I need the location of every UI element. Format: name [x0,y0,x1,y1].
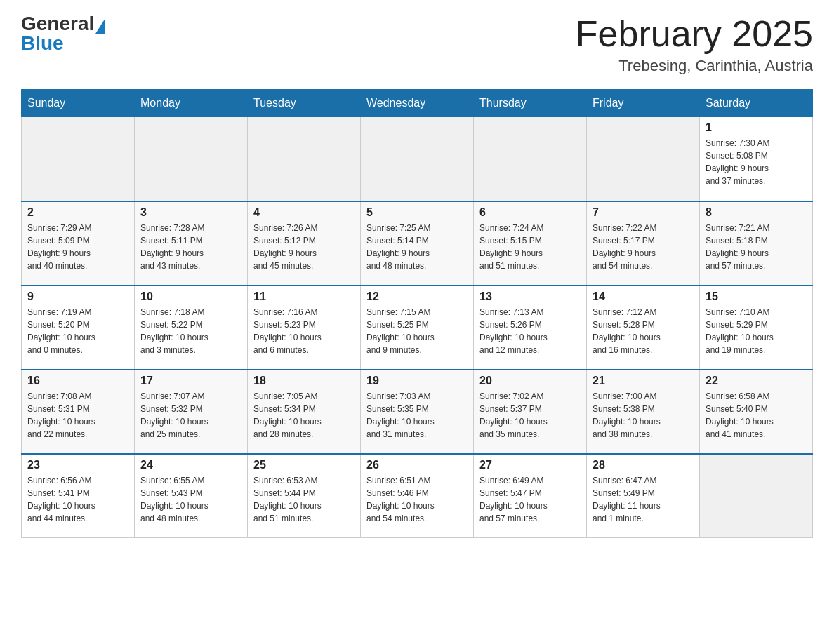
calendar-cell: 23Sunrise: 6:56 AMSunset: 5:41 PMDayligh… [22,454,135,538]
calendar-cell: 4Sunrise: 7:26 AMSunset: 5:12 PMDaylight… [248,201,361,286]
calendar-header-sunday: Sunday [22,90,135,117]
day-number: 7 [593,206,694,219]
calendar-cell: 28Sunrise: 6:47 AMSunset: 5:49 PMDayligh… [587,454,700,538]
calendar-week-row: 1Sunrise: 7:30 AMSunset: 5:08 PMDaylight… [22,117,813,201]
calendar-header-tuesday: Tuesday [248,90,361,117]
calendar-cell: 26Sunrise: 6:51 AMSunset: 5:46 PMDayligh… [361,454,474,538]
day-number: 15 [706,290,807,303]
logo-triangle-icon [95,18,105,34]
location-title: Trebesing, Carinthia, Austria [576,57,813,75]
calendar-week-row: 16Sunrise: 7:08 AMSunset: 5:31 PMDayligh… [22,370,813,454]
day-number: 3 [140,206,241,219]
calendar-cell: 11Sunrise: 7:16 AMSunset: 5:23 PMDayligh… [248,286,361,370]
day-number: 12 [366,290,468,303]
calendar-cell: 16Sunrise: 7:08 AMSunset: 5:31 PMDayligh… [22,370,135,454]
calendar-cell: 13Sunrise: 7:13 AMSunset: 5:26 PMDayligh… [474,286,587,370]
calendar-cell [474,117,587,201]
calendar-cell: 20Sunrise: 7:02 AMSunset: 5:37 PMDayligh… [474,370,587,454]
day-info: Sunrise: 7:02 AMSunset: 5:37 PMDaylight:… [479,390,581,441]
day-info: Sunrise: 7:10 AMSunset: 5:29 PMDaylight:… [706,306,807,356]
calendar-cell: 6Sunrise: 7:24 AMSunset: 5:15 PMDaylight… [474,201,587,286]
calendar-cell: 15Sunrise: 7:10 AMSunset: 5:29 PMDayligh… [700,286,813,370]
day-number: 2 [27,206,128,219]
calendar-week-row: 2Sunrise: 7:29 AMSunset: 5:09 PMDaylight… [22,201,813,286]
day-number: 4 [253,206,355,219]
day-info: Sunrise: 6:55 AMSunset: 5:43 PMDaylight:… [140,474,241,525]
calendar-cell: 14Sunrise: 7:12 AMSunset: 5:28 PMDayligh… [587,286,700,370]
calendar-cell: 5Sunrise: 7:25 AMSunset: 5:14 PMDaylight… [361,201,474,286]
day-info: Sunrise: 6:51 AMSunset: 5:46 PMDaylight:… [366,474,468,525]
calendar-cell [22,117,135,201]
calendar-cell: 7Sunrise: 7:22 AMSunset: 5:17 PMDaylight… [587,201,700,286]
day-number: 28 [593,459,694,471]
day-info: Sunrise: 7:30 AMSunset: 5:08 PMDaylight:… [706,137,807,187]
day-info: Sunrise: 7:19 AMSunset: 5:20 PMDaylight:… [27,306,128,356]
day-number: 17 [140,375,241,387]
calendar-cell: 1Sunrise: 7:30 AMSunset: 5:08 PMDaylight… [700,117,813,201]
calendar-cell: 17Sunrise: 7:07 AMSunset: 5:32 PMDayligh… [135,370,248,454]
day-info: Sunrise: 7:03 AMSunset: 5:35 PMDaylight:… [366,390,468,441]
calendar-cell [700,454,813,538]
day-info: Sunrise: 7:28 AMSunset: 5:11 PMDaylight:… [140,222,241,272]
day-info: Sunrise: 7:25 AMSunset: 5:14 PMDaylight:… [366,222,468,272]
day-number: 24 [140,459,241,471]
day-number: 14 [593,290,694,303]
day-number: 20 [479,375,581,387]
calendar-cell: 27Sunrise: 6:49 AMSunset: 5:47 PMDayligh… [474,454,587,538]
calendar-cell: 22Sunrise: 6:58 AMSunset: 5:40 PMDayligh… [700,370,813,454]
calendar-cell: 3Sunrise: 7:28 AMSunset: 5:11 PMDaylight… [135,201,248,286]
day-info: Sunrise: 7:22 AMSunset: 5:17 PMDaylight:… [593,222,694,272]
calendar-cell: 9Sunrise: 7:19 AMSunset: 5:20 PMDaylight… [22,286,135,370]
calendar-cell: 10Sunrise: 7:18 AMSunset: 5:22 PMDayligh… [135,286,248,370]
calendar-header-wednesday: Wednesday [361,90,474,117]
day-info: Sunrise: 7:26 AMSunset: 5:12 PMDaylight:… [253,222,355,272]
title-section: February 2025 Trebesing, Carinthia, Aust… [576,14,813,75]
day-number: 8 [706,206,807,219]
calendar-cell [361,117,474,201]
logo: General Blue [21,14,105,53]
calendar-cell [587,117,700,201]
page-header: General Blue February 2025 Trebesing, Ca… [21,14,813,75]
day-number: 26 [366,459,468,471]
day-number: 18 [253,375,355,387]
day-info: Sunrise: 7:12 AMSunset: 5:28 PMDaylight:… [593,306,694,356]
calendar-cell: 12Sunrise: 7:15 AMSunset: 5:25 PMDayligh… [361,286,474,370]
day-number: 1 [706,121,807,134]
day-number: 23 [27,459,128,471]
day-info: Sunrise: 7:13 AMSunset: 5:26 PMDaylight:… [479,306,581,356]
day-info: Sunrise: 7:15 AMSunset: 5:25 PMDaylight:… [366,306,468,356]
day-info: Sunrise: 6:53 AMSunset: 5:44 PMDaylight:… [253,474,355,525]
calendar-cell: 21Sunrise: 7:00 AMSunset: 5:38 PMDayligh… [587,370,700,454]
calendar-week-row: 9Sunrise: 7:19 AMSunset: 5:20 PMDaylight… [22,286,813,370]
day-info: Sunrise: 7:05 AMSunset: 5:34 PMDaylight:… [253,390,355,441]
day-info: Sunrise: 7:21 AMSunset: 5:18 PMDaylight:… [706,222,807,272]
day-info: Sunrise: 7:29 AMSunset: 5:09 PMDaylight:… [27,222,128,272]
calendar-cell: 8Sunrise: 7:21 AMSunset: 5:18 PMDaylight… [700,201,813,286]
day-number: 9 [27,290,128,303]
calendar-table: SundayMondayTuesdayWednesdayThursdayFrid… [21,89,813,538]
day-info: Sunrise: 6:47 AMSunset: 5:49 PMDaylight:… [593,474,694,525]
calendar-week-row: 23Sunrise: 6:56 AMSunset: 5:41 PMDayligh… [22,454,813,538]
calendar-header-thursday: Thursday [474,90,587,117]
day-info: Sunrise: 7:07 AMSunset: 5:32 PMDaylight:… [140,390,241,441]
day-info: Sunrise: 7:00 AMSunset: 5:38 PMDaylight:… [593,390,694,441]
calendar-cell: 18Sunrise: 7:05 AMSunset: 5:34 PMDayligh… [248,370,361,454]
logo-blue-text: Blue [21,34,105,53]
day-info: Sunrise: 6:49 AMSunset: 5:47 PMDaylight:… [479,474,581,525]
day-info: Sunrise: 7:24 AMSunset: 5:15 PMDaylight:… [479,222,581,272]
calendar-header-row: SundayMondayTuesdayWednesdayThursdayFrid… [22,90,813,117]
calendar-header-monday: Monday [135,90,248,117]
day-number: 11 [253,290,355,303]
calendar-header-saturday: Saturday [700,90,813,117]
day-number: 25 [253,459,355,471]
day-number: 22 [706,375,807,387]
day-number: 16 [27,375,128,387]
day-info: Sunrise: 6:58 AMSunset: 5:40 PMDaylight:… [706,390,807,441]
calendar-cell: 24Sunrise: 6:55 AMSunset: 5:43 PMDayligh… [135,454,248,538]
day-number: 10 [140,290,241,303]
day-info: Sunrise: 7:08 AMSunset: 5:31 PMDaylight:… [27,390,128,441]
month-title: February 2025 [576,14,813,54]
day-number: 13 [479,290,581,303]
day-number: 5 [366,206,468,219]
calendar-cell [135,117,248,201]
